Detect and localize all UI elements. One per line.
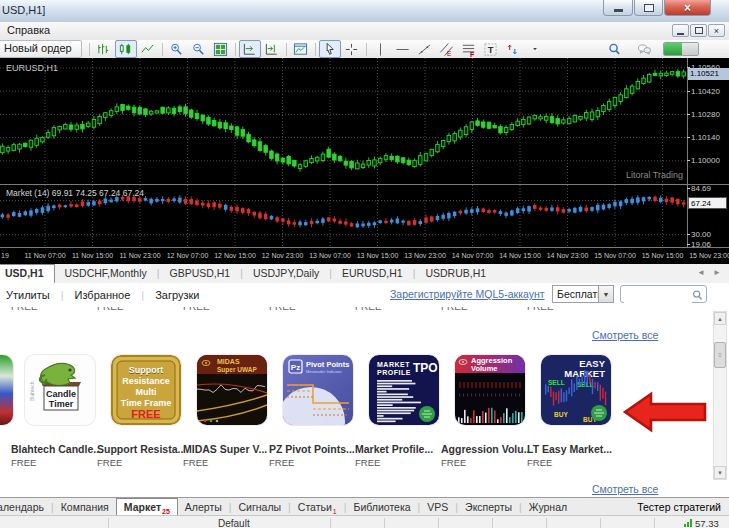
indicator-label: 84.69 [691,184,711,193]
mdi-restore-button[interactable] [690,24,707,37]
svg-text:PROFILE: PROFILE [377,369,411,376]
scroll-down-icon[interactable]: ▼ [714,466,726,479]
chart-shift-icon[interactable] [261,40,283,58]
status-separator [492,518,493,528]
terminal-tab-библиотека[interactable]: Библиотека [347,498,418,516]
chart-tab-usdjpy-daily[interactable]: USDJPY,Daily [243,264,329,283]
cursor-icon[interactable] [319,40,341,58]
status-separator [330,518,331,528]
search-input[interactable] [624,287,692,303]
chat-icon[interactable] [633,40,655,58]
text-icon[interactable]: T [480,40,502,58]
crosshair-icon[interactable] [341,40,363,58]
market-card-partial[interactable] [0,355,13,425]
market-card-pz[interactable]: Pz Pivot Points Metatrader Indicator [283,355,353,425]
strategy-tester-label[interactable]: Тестер стратегий [637,498,729,516]
market-card-marketprofile[interactable]: MARKET PROFILE TPO [369,355,439,425]
card-title-support[interactable]: Support Resista... [97,443,185,455]
toolbar-separator [315,43,316,56]
terminal-tab-алерты[interactable]: Алерты [178,498,229,516]
chart-tab-usd-h1[interactable]: USD,H1 [0,264,55,283]
card-title-aggression[interactable]: Aggression Volu... [441,443,529,455]
fibonacci-icon[interactable]: F [458,40,480,58]
card-price-marketprofile: FREE [355,457,380,468]
svg-text:Resistance: Resistance [122,376,170,386]
arrows-icon[interactable] [502,40,524,58]
market-nav-3[interactable]: Загрузки [144,289,210,301]
see-all-link-top[interactable]: Смотреть все [592,329,658,341]
mdi-close-button[interactable]: × [708,24,725,37]
terminal-tab-vps[interactable]: VPS [420,498,455,516]
dropdown-arrow-icon[interactable] [524,40,546,58]
terminal-tab-эксперты[interactable]: Эксперты [458,498,519,516]
register-mql5-link[interactable]: Зарегистрируйте MQL5-аккаунт [390,288,545,300]
clipped-free-label: FREE [441,307,468,312]
indicator-title: Market (14) 69.91 74.25 67.24 67.24 [6,188,144,198]
terminal-tab-сигналы[interactable]: Сигналы [232,498,289,516]
filter-value: Бесплатные [553,288,598,300]
market-card-aggression[interactable]: Aggression Volume [455,355,525,425]
card-price-blahtech: FREE [11,457,36,468]
toolbar-separator [162,43,163,56]
card-title-blahtech[interactable]: Blahtech Candle... [11,443,99,455]
tile-windows-icon[interactable] [210,40,232,58]
chart-tab-gbpusd-h1[interactable]: GBPUSD,H1 [160,264,241,283]
search-icon[interactable] [691,288,704,306]
scrollbar-thumb[interactable]: ≡ [714,342,726,368]
terminal-tab-календарь[interactable]: Календарь [0,498,51,516]
terminal-tab-журнал[interactable]: Журнал [522,498,574,516]
market-card-midas[interactable]: MIDAS Super UWAP [197,355,267,425]
chart-tab-usdchf-monthly[interactable]: USDCHF,Monthly [55,264,157,283]
card-title-pz[interactable]: PZ Pivot Points... [269,443,357,455]
terminal-tab-маркет[interactable]: Маркет25 [116,498,178,516]
mdi-minimize-button[interactable] [672,24,689,37]
search-icon[interactable] [603,40,625,58]
terminal-tab-bar: Календарь|КомпанияМаркет25Алерты|Сигналы… [0,497,729,516]
indicator-current-box: 67.24 [688,197,727,209]
market-nav-2[interactable]: Избранное [64,289,142,301]
svg-text:Timer: Timer [49,399,74,409]
menu-help[interactable]: Справка [2,24,55,36]
filter-dropdown[interactable]: Бесплатные ▼ [552,285,614,303]
tab-scroll-right-icon[interactable]: ► [713,268,721,277]
line-chart-icon[interactable] [137,40,159,58]
status-separator [654,518,655,528]
terminal-tab-компания[interactable]: Компания [54,498,116,516]
candlestick-icon[interactable] [115,40,137,58]
new-order-button[interactable]: Новый ордер [0,40,82,58]
panel-separator[interactable] [0,184,729,185]
vertical-line-icon[interactable] [370,40,392,58]
tab-scroll-left-icon[interactable]: ◄ [697,268,705,277]
terminal-tab-статьи[interactable]: Статьи1 [291,498,344,516]
market-card-support[interactable]: Support Resistance Multi Time Frame FREE [111,355,181,425]
zoom-in-icon[interactable] [166,40,188,58]
zoom-out-icon[interactable] [188,40,210,58]
market-search [620,285,707,303]
card-title-midas[interactable]: MIDAS Super V... [183,443,271,455]
minimize-button[interactable] [603,0,633,16]
restore-button[interactable] [634,0,663,16]
scroll-up-icon[interactable]: ▲ [714,312,726,325]
card-title-lteasy[interactable]: LT Easy Market... [527,443,615,455]
auto-scroll-icon[interactable] [239,40,261,58]
horizontal-line-icon[interactable] [392,40,414,58]
panel-separator[interactable] [0,247,729,248]
card-title-marketprofile[interactable]: Market Profile... [355,443,443,455]
market-nav-1[interactable]: Утилиты [0,289,61,301]
bar-chart-icon[interactable] [93,40,115,58]
market-panel: Утилиты|Избранное|Загрузки Зарегистрируй… [0,283,729,497]
market-card-lteasy[interactable]: EASY MARKET SELL SELL BUY BUY [541,355,611,425]
market-scrollbar[interactable]: ▲ ≡ ▼ [713,311,727,480]
connection-toggle[interactable] [663,42,699,56]
price-chart[interactable] [0,58,687,184]
see-all-link-bottom[interactable]: Смотреть все [592,483,658,495]
time-label: 19 [1,252,9,259]
chart-tab-eurusd-h1[interactable]: EURUSD,H1 [332,264,413,283]
chevron-down-icon[interactable]: ▼ [598,286,613,302]
equidistant-channel-icon[interactable]: E [436,40,458,58]
indicators-window-icon[interactable] [290,40,312,58]
trendline-icon[interactable] [414,40,436,58]
close-button[interactable]: × [664,0,711,16]
market-card-blahtech[interactable]: Blahtech Candle Timer [25,355,95,425]
chart-tab-usdrub-h1[interactable]: USDRUB,H1 [415,264,496,283]
